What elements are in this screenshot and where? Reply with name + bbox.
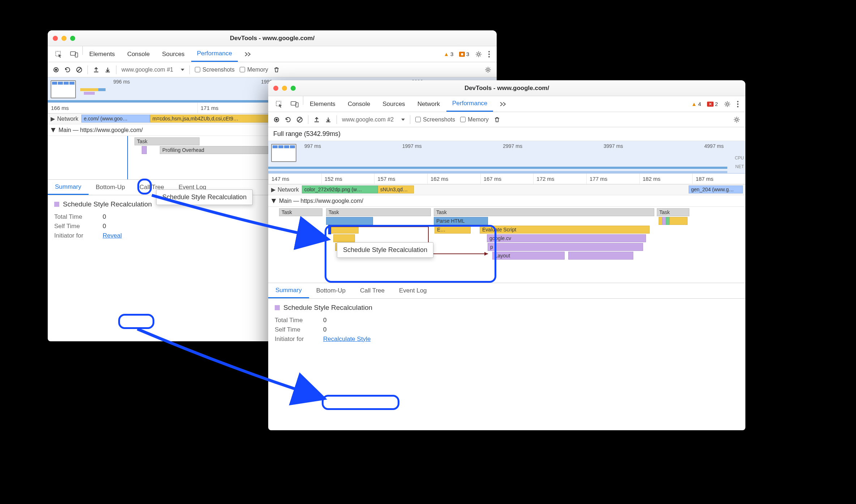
device-toolbar-icon[interactable] [287,96,302,112]
flame-profiling[interactable]: Profiling Overhead [160,146,268,154]
issues-badge[interactable]: ■3 [459,51,469,57]
flame-google[interactable]: google.cv [487,234,646,242]
flame-task[interactable]: Task [134,137,200,145]
clear-icon[interactable] [76,67,82,73]
maximize-icon[interactable] [70,36,75,41]
inspect-icon[interactable] [51,46,66,62]
network-entry[interactable]: color_272x92dp.png (w… [302,185,378,193]
tab-console[interactable]: Console [342,96,376,112]
minimize-icon[interactable] [61,36,67,41]
download-icon[interactable] [325,116,331,123]
flame-evaluate[interactable]: Evaluate Script [480,226,650,234]
screenshots-checkbox[interactable]: Screenshots [415,116,455,123]
tab-bottom-up[interactable]: Bottom-Up [309,283,353,298]
svg-point-21 [737,106,739,107]
upload-icon[interactable] [93,67,99,73]
more-tabs-icon[interactable] [239,46,257,62]
kebab-icon[interactable] [488,51,490,58]
svg-line-10 [77,68,81,72]
download-icon[interactable] [104,67,111,73]
tab-performance[interactable]: Performance [191,46,238,62]
flame-task[interactable]: Task [326,208,431,216]
gear-icon[interactable] [475,51,482,58]
kebab-icon[interactable] [737,101,739,108]
memory-checkbox[interactable]: Memory [240,67,268,73]
memory-checkbox[interactable]: Memory [460,116,489,123]
gear-icon[interactable] [733,116,740,123]
flame-task[interactable]: Task [279,208,322,216]
tab-summary[interactable]: Summary [268,283,309,298]
page-selector[interactable]: www.google.com #2 [342,116,405,123]
reveal-link[interactable]: Reveal [103,232,122,239]
tab-elements[interactable]: Elements [84,46,121,62]
overview-viewport[interactable] [271,144,296,162]
reload-icon[interactable] [285,116,291,123]
tab-elements[interactable]: Elements [304,96,341,112]
trash-icon[interactable] [494,116,500,123]
main-tabbar: Elements Console Sources Network Perform… [268,96,745,112]
network-track[interactable]: ▶Network color_272x92dp.png (w… sNUn3,qd… [268,184,745,195]
gear-icon[interactable] [484,66,492,73]
perf-toolbar: www.google.com #1 Screenshots Memory [48,62,497,77]
clear-icon[interactable] [296,116,303,123]
tab-sources[interactable]: Sources [377,96,411,112]
window-title: DevTools - www.google.com/ [268,85,745,92]
network-entry[interactable]: gen_204 (www.g… [689,185,743,193]
svg-point-8 [55,69,57,71]
warnings-badge[interactable]: ▲3 [444,51,453,57]
tab-bottom-up[interactable]: Bottom-Up [89,180,132,195]
upload-icon[interactable] [313,116,320,123]
record-icon[interactable] [53,67,59,73]
overview-tick: 996 ms [113,79,130,85]
titlebar[interactable]: DevTools - www.google.com/ [268,80,745,96]
device-toolbar-icon[interactable] [67,46,82,62]
network-entry[interactable]: e.com/ (www.goo… [81,115,150,123]
summary-panel: Schedule Style Recalculation Total Time0… [268,299,745,350]
flame-schedule-style[interactable] [142,146,147,154]
svg-point-26 [736,119,738,121]
inspect-icon[interactable] [272,96,286,112]
screenshots-checkbox[interactable]: Screenshots [195,67,235,73]
flame-parse-html[interactable]: Parse HTML [434,217,488,225]
flame-task[interactable]: Task [434,208,654,216]
flame-bar[interactable] [326,217,373,225]
main-track-header[interactable]: ▶ Main — https://www.google.com/ [268,195,745,207]
close-icon[interactable] [273,86,278,91]
flame-layout[interactable]: Layout [492,252,565,260]
flame-p[interactable]: p [488,243,643,251]
tab-console[interactable]: Console [121,46,155,62]
svg-point-20 [737,103,739,105]
tooltip: Schedule Style Recalculation [156,189,253,205]
minimize-icon[interactable] [282,86,287,91]
trash-icon[interactable] [273,67,280,73]
maximize-icon[interactable] [291,86,296,91]
errors-badge[interactable]: ✕2 [707,101,718,107]
record-icon[interactable] [273,116,280,123]
svg-rect-14 [98,88,106,91]
flame-task[interactable]: Task [657,208,689,216]
cpu-label: CPU [735,155,744,161]
page-selector[interactable]: www.google.com #1 [121,67,184,73]
tab-call-tree[interactable]: Call Tree [353,283,392,298]
tab-summary[interactable]: Summary [48,180,89,195]
time-ruler[interactable]: 147 ms 152 ms 157 ms 162 ms 167 ms 172 m… [268,174,745,184]
summary-title: Schedule Style Recalculation [275,304,739,312]
recalculate-style-link[interactable]: Recalculate Style [323,336,371,342]
close-icon[interactable] [53,36,58,41]
warnings-badge[interactable]: ▲4 [691,101,701,107]
titlebar[interactable]: DevTools - www.google.com/ [48,30,497,46]
reload-icon[interactable] [64,67,71,73]
row-total-time: Total Time0 [275,317,739,324]
gear-icon[interactable] [724,101,731,108]
more-tabs-icon[interactable] [494,96,512,112]
full-range-label: Full range (5342.99ms) [268,127,745,141]
tab-network[interactable]: Network [412,96,446,112]
overview-minimap[interactable]: 997 ms 1997 ms 2997 ms 3997 ms 4997 ms C… [268,141,745,174]
tab-event-log[interactable]: Event Log [392,283,434,298]
flame-bar[interactable] [669,217,688,225]
window-title: DevTools - www.google.com/ [48,35,497,42]
flame-bar[interactable] [568,252,633,260]
tab-performance[interactable]: Performance [446,96,493,112]
tab-sources[interactable]: Sources [156,46,190,62]
network-entry[interactable]: sNUn3,qd… [378,185,414,193]
